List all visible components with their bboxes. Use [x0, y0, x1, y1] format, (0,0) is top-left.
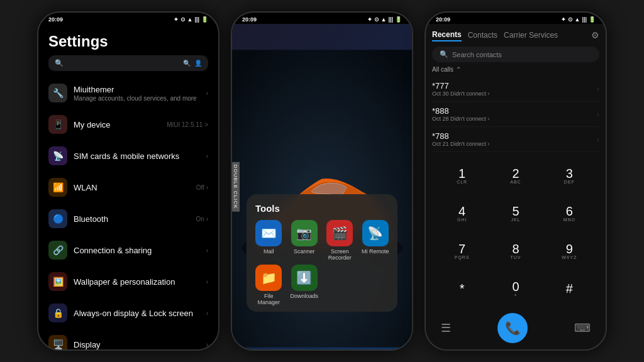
- app-mail[interactable]: ✉️ Mail: [253, 220, 285, 261]
- phone-tools: 20:09 ✦ ⊙ ▲ ||| 🔋: [231, 11, 413, 351]
- double-click-label: DOUBLE CLICK: [232, 162, 240, 212]
- tab-recents[interactable]: Recents: [432, 29, 462, 41]
- connection-label: Connection & sharing: [74, 246, 200, 255]
- phone-settings: 20:09 ✦ ⊙ ▲ ||| 🔋 Settings 🔍 🔍 👤 🔧: [37, 11, 219, 351]
- numpad: 1 CLR 2 ABC 3 DEF 4 GHI 5 JKL 6 MNO: [426, 155, 606, 309]
- scanner-icon: 📷: [291, 220, 318, 246]
- app-mi-remote[interactable]: 📡 Mi Remote: [360, 220, 392, 261]
- key-8[interactable]: 8 TUV: [489, 233, 541, 269]
- recent-date-1: Oct 30 Didn't connect ›: [432, 90, 593, 97]
- downloads-label: Downloads: [290, 293, 318, 299]
- key-hash[interactable]: #: [543, 270, 596, 307]
- display-chevron: ›: [206, 341, 208, 348]
- miuithemer-icon: 🔧: [48, 84, 67, 102]
- connection-chevron: ›: [206, 247, 208, 254]
- sim-icon: 📡: [48, 146, 67, 165]
- miuithemer-sublabel: Manage accounts, cloud services, and mor…: [74, 95, 200, 102]
- status-bar-3: 20:09 ✦ ⊙ ▲ ||| 🔋: [426, 13, 606, 24]
- key-4[interactable]: 4 GHI: [436, 195, 488, 231]
- file-manager-icon: 📁: [255, 265, 282, 291]
- settings-item-sim[interactable]: 📡 SIM cards & mobile networks ›: [38, 140, 218, 172]
- tab-carrier[interactable]: Carrier Services: [504, 30, 558, 41]
- app-scanner[interactable]: 📷 Scanner: [289, 220, 321, 261]
- recent-chevron-2: ›: [597, 110, 599, 119]
- mi-remote-icon: 📡: [362, 220, 389, 246]
- wlan-label: WLAN: [74, 183, 190, 192]
- status-icons-2: ✦ ⊙ ▲ ||| 🔋: [367, 16, 402, 23]
- key-0[interactable]: 0 +: [489, 270, 541, 307]
- miuithemer-label: Miuithemer: [74, 85, 200, 94]
- status-time-1: 20:09: [48, 16, 63, 23]
- call-button[interactable]: 📞: [497, 313, 528, 343]
- bluetooth-label: Bluetooth: [74, 214, 190, 224]
- menu-icon[interactable]: ☰: [441, 321, 451, 335]
- bluetooth-icon: 🔵: [48, 209, 67, 228]
- screen-recorder-label: Screen Recorder: [324, 248, 356, 261]
- settings-item-alwayson[interactable]: 🔒 Always-on display & Lock screen ›: [38, 297, 218, 329]
- sim-chevron: ›: [206, 153, 208, 160]
- settings-item-miuithemer[interactable]: 🔧 Miuithemer Manage accounts, cloud serv…: [38, 77, 218, 109]
- key-3[interactable]: 3 DEF: [543, 157, 596, 194]
- status-bar-2: 20:09 ✦ ⊙ ▲ ||| 🔋: [232, 13, 412, 24]
- mail-icon: ✉️: [255, 220, 282, 246]
- app-screen-recorder[interactable]: 🎬 Screen Recorder: [324, 220, 356, 261]
- folder-title: Tools: [253, 203, 391, 214]
- tab-contacts[interactable]: Contacts: [468, 30, 497, 41]
- file-manager-label: File Manager: [253, 293, 285, 305]
- recent-chevron-1: ›: [597, 85, 599, 94]
- settings-item-bluetooth[interactable]: 🔵 Bluetooth On ›: [38, 203, 218, 234]
- status-time-2: 20:09: [242, 16, 257, 23]
- key-1[interactable]: 1 CLR: [436, 157, 488, 194]
- screen-recorder-icon: 🎬: [326, 220, 353, 246]
- key-2[interactable]: 2 ABC: [489, 157, 541, 194]
- search-contacts-icon: 🔍: [440, 50, 448, 58]
- dialer-actions: ☰ 📞 ⌨: [426, 309, 606, 349]
- app-downloads[interactable]: ⬇️ Downloads: [289, 265, 321, 305]
- search-icon: 🔍: [55, 59, 64, 67]
- mydevice-right: MIUI 12.5.11 >: [167, 121, 208, 128]
- display-icon: 🖥️: [48, 335, 67, 349]
- settings-item-wallpaper[interactable]: 🖼️ Wallpaper & personalization ›: [38, 266, 218, 297]
- recent-item-888[interactable]: *888 Oct 28 Didn't connect › ›: [432, 102, 599, 127]
- key-star[interactable]: *: [436, 270, 488, 307]
- phone-dialer: 20:09 ✦ ⊙ ▲ ||| 🔋 Recents Contacts Carri…: [425, 11, 607, 351]
- scanner-label: Scanner: [294, 248, 315, 255]
- settings-title: Settings: [48, 33, 208, 50]
- key-5[interactable]: 5 JKL: [489, 195, 541, 231]
- key-9[interactable]: 9 WXYZ: [543, 233, 596, 269]
- mydevice-label: My device: [74, 120, 160, 129]
- settings-screen: Settings 🔍 🔍 👤 🔧 Miuithemer Manage accou…: [38, 24, 218, 349]
- settings-item-display[interactable]: 🖥️ Display ›: [38, 329, 218, 349]
- folder-popup[interactable]: Tools ✉️ Mail 📷 Scanner 🎬 Screen Recorde…: [247, 194, 397, 312]
- profile-icon: 👤: [194, 60, 202, 67]
- recent-date-3: Oct 21 Didn't connect ›: [432, 141, 593, 147]
- recent-number-2: *888: [432, 106, 593, 116]
- dialer-screen: Recents Contacts Carrier Services ⚙ 🔍 Se…: [426, 24, 606, 349]
- recent-item-788[interactable]: *788 Oct 21 Didn't connect › ›: [432, 127, 599, 152]
- search-contacts-bar[interactable]: 🔍 Search contacts: [432, 47, 599, 62]
- status-icons-3: ✦ ⊙ ▲ ||| 🔋: [561, 16, 596, 23]
- wlan-icon: 📶: [48, 178, 67, 197]
- recent-number-1: *777: [432, 81, 593, 90]
- wallpaper-chevron: ›: [206, 278, 208, 285]
- wallpaper-label: Wallpaper & personalization: [74, 277, 200, 287]
- wallpaper-icon: 🖼️: [48, 272, 67, 291]
- gear-icon[interactable]: ⚙: [591, 30, 599, 40]
- settings-item-connection[interactable]: 🔗 Connection & sharing ›: [38, 234, 218, 266]
- recent-item-777[interactable]: *777 Oct 30 Didn't connect › ›: [432, 77, 599, 102]
- app-grid-row1: ✉️ Mail 📷 Scanner 🎬 Screen Recorder 📡 Mi…: [253, 220, 391, 261]
- key-7[interactable]: 7 PQRS: [436, 233, 488, 269]
- search-contacts-placeholder: Search contacts: [452, 51, 502, 58]
- settings-item-wlan[interactable]: 📶 WLAN Off ›: [38, 172, 218, 203]
- keypad-icon[interactable]: ⌨: [574, 321, 591, 335]
- display-label: Display: [74, 340, 200, 349]
- recents-filter[interactable]: All calls ⌃: [432, 66, 599, 73]
- mi-remote-label: Mi Remote: [362, 248, 389, 255]
- settings-item-mydevice[interactable]: 📱 My device MIUI 12.5.11 >: [38, 109, 218, 140]
- app-file-manager[interactable]: 📁 File Manager: [253, 265, 285, 305]
- key-6[interactable]: 6 MNO: [543, 195, 596, 231]
- recents-section: All calls ⌃ *777 Oct 30 Didn't connect ›…: [426, 66, 606, 152]
- settings-search-bar[interactable]: 🔍 🔍 👤: [48, 55, 208, 71]
- recent-date-2: Oct 28 Didn't connect ›: [432, 116, 593, 122]
- sim-label: SIM cards & mobile networks: [74, 151, 200, 161]
